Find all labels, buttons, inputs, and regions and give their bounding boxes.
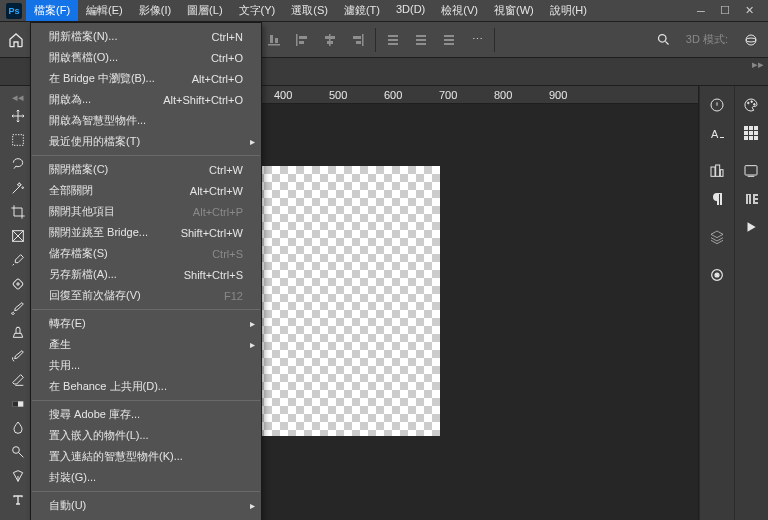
align-hcenter-icon	[319, 29, 341, 51]
minimize-button[interactable]: ─	[692, 4, 710, 18]
menu-item[interactable]: 關閉並跳至 Bridge...Shift+Ctrl+W	[31, 222, 261, 243]
ruler-tick: 600	[384, 89, 402, 101]
svg-rect-19	[388, 39, 398, 41]
svg-rect-47	[744, 126, 748, 130]
menu-檢視[interactable]: 檢視(V)	[433, 0, 486, 21]
menu-item[interactable]: 開啟舊檔(O)...Ctrl+O	[31, 47, 261, 68]
svg-rect-22	[416, 39, 426, 41]
history-brush-tool[interactable]	[3, 344, 33, 368]
svg-rect-49	[754, 126, 758, 130]
menu-item[interactable]: 共用...	[31, 355, 261, 376]
adjustments-panel-icon[interactable]	[703, 158, 731, 184]
character-panel-icon[interactable]: A	[703, 120, 731, 146]
svg-rect-12	[329, 34, 331, 46]
svg-point-45	[751, 101, 753, 103]
swatches-panel-icon[interactable]	[737, 120, 765, 146]
menu-3d[interactable]: 3D(D)	[388, 0, 433, 21]
menu-濾鏡[interactable]: 濾鏡(T)	[336, 0, 388, 21]
ruler-tick: 500	[329, 89, 347, 101]
svg-rect-14	[327, 41, 333, 44]
actions-panel-icon[interactable]	[737, 214, 765, 240]
layers-panel-icon[interactable]	[703, 224, 731, 250]
menu-item[interactable]: 在 Bridge 中瀏覽(B)...Alt+Ctrl+O	[31, 68, 261, 89]
app-logo: Ps	[6, 3, 22, 19]
glyphs-panel-icon[interactable]	[737, 186, 765, 212]
menu-影像[interactable]: 影像(I)	[131, 0, 179, 21]
search-icon[interactable]	[654, 30, 674, 50]
frame-tool[interactable]	[3, 224, 33, 248]
clone-stamp-tool[interactable]	[3, 320, 33, 344]
pen-tool[interactable]	[3, 464, 33, 488]
svg-rect-11	[299, 41, 304, 44]
svg-rect-25	[444, 39, 454, 41]
svg-rect-21	[416, 35, 426, 37]
paragraph-panel-icon[interactable]	[703, 186, 731, 212]
3d-orbit-icon[interactable]	[740, 29, 762, 51]
svg-point-43	[715, 273, 719, 277]
menu-視窗[interactable]: 視窗(W)	[486, 0, 542, 21]
svg-rect-17	[356, 41, 361, 44]
brush-tool[interactable]	[3, 296, 33, 320]
svg-rect-13	[325, 36, 335, 39]
menu-選取[interactable]: 選取(S)	[283, 0, 336, 21]
blur-tool[interactable]	[3, 416, 33, 440]
menu-item[interactable]: 置入嵌入的物件(L)...	[31, 425, 261, 446]
eraser-tool[interactable]	[3, 368, 33, 392]
file-menu-dropdown: 開新檔案(N)...Ctrl+N開啟舊檔(O)...Ctrl+O在 Bridge…	[30, 22, 262, 520]
menu-item[interactable]: 全部關閉Alt+Ctrl+W	[31, 180, 261, 201]
svg-rect-53	[744, 136, 748, 140]
menu-item[interactable]: 開新檔案(N)...Ctrl+N	[31, 26, 261, 47]
properties-panel-icon[interactable]	[703, 92, 731, 118]
close-button[interactable]: ✕	[740, 4, 758, 18]
svg-rect-9	[296, 34, 298, 46]
crop-tool[interactable]	[3, 200, 33, 224]
menu-item[interactable]: 開啟為...Alt+Shift+Ctrl+O	[31, 89, 261, 110]
collapse-tools-icon[interactable]: ◂◂	[3, 90, 33, 104]
menu-item[interactable]: 開啟為智慧型物件...	[31, 110, 261, 131]
dodge-tool[interactable]	[3, 440, 33, 464]
svg-point-28	[746, 35, 756, 45]
svg-rect-50	[744, 131, 748, 135]
menu-item[interactable]: 指令碼(R)	[31, 516, 261, 520]
menu-item[interactable]: 另存新檔(A)...Shift+Ctrl+S	[31, 264, 261, 285]
gradient-tool[interactable]	[3, 392, 33, 416]
menu-檔案[interactable]: 檔案(F)	[26, 0, 78, 21]
menu-文字[interactable]: 文字(Y)	[231, 0, 284, 21]
menu-圖層[interactable]: 圖層(L)	[179, 0, 230, 21]
menu-item[interactable]: 最近使用的檔案(T)	[31, 131, 261, 152]
lasso-tool[interactable]	[3, 152, 33, 176]
marquee-tool[interactable]	[3, 128, 33, 152]
menu-編輯[interactable]: 編輯(E)	[78, 0, 131, 21]
svg-rect-6	[268, 44, 280, 46]
eyedropper-tool[interactable]	[3, 248, 33, 272]
learn-panel-icon[interactable]	[737, 158, 765, 184]
move-tool[interactable]	[3, 104, 33, 128]
healing-tool[interactable]	[3, 272, 33, 296]
menu-item[interactable]: 自動(U)	[31, 495, 261, 516]
menu-item[interactable]: 封裝(G)...	[31, 467, 261, 488]
menu-item[interactable]: 搜尋 Adobe 庫存...	[31, 404, 261, 425]
menu-item: 關閉其他項目Alt+Ctrl+P	[31, 201, 261, 222]
svg-point-27	[659, 35, 667, 43]
svg-rect-30	[12, 135, 23, 146]
svg-rect-26	[444, 43, 454, 45]
menu-item[interactable]: 在 Behance 上共用(D)...	[31, 376, 261, 397]
dist-bottom-icon	[438, 29, 460, 51]
svg-rect-56	[745, 166, 757, 175]
menu-item[interactable]: 關閉檔案(C)Ctrl+W	[31, 159, 261, 180]
menu-item[interactable]: 轉存(E)	[31, 313, 261, 334]
menu-說明[interactable]: 說明(H)	[542, 0, 595, 21]
menu-item: 儲存檔案(S)Ctrl+S	[31, 243, 261, 264]
svg-rect-55	[754, 136, 758, 140]
color-panel-icon[interactable]	[737, 92, 765, 118]
svg-point-46	[754, 104, 756, 106]
home-icon[interactable]	[6, 30, 26, 50]
maximize-button[interactable]: ☐	[716, 4, 734, 18]
type-tool[interactable]	[3, 488, 33, 512]
more-options-icon[interactable]: ⋯	[466, 29, 488, 51]
magic-wand-tool[interactable]	[3, 176, 33, 200]
panel-collapse-icon[interactable]: ▸▸	[698, 58, 768, 70]
menu-item[interactable]: 置入連結的智慧型物件(K)...	[31, 446, 261, 467]
menu-item[interactable]: 產生	[31, 334, 261, 355]
libraries-panel-icon[interactable]	[703, 262, 731, 288]
